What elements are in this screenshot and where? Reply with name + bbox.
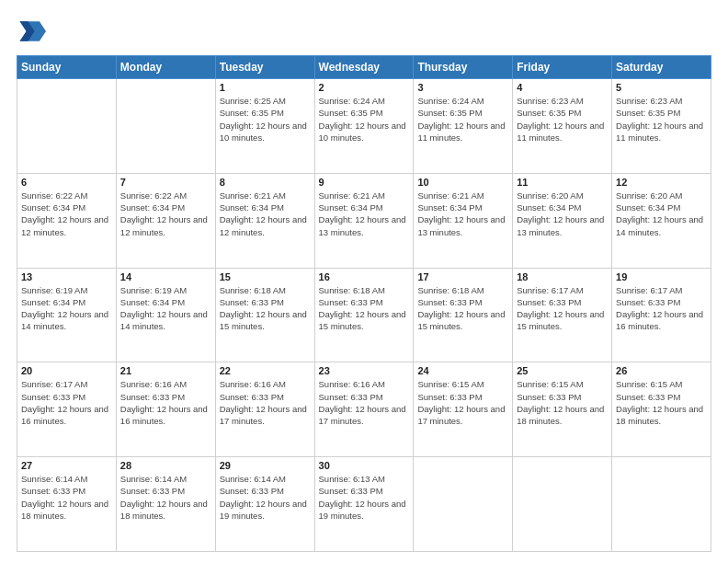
calendar-cell: 14Sunrise: 6:19 AMSunset: 6:34 PMDayligh… (116, 268, 215, 362)
calendar-week-row: 20Sunrise: 6:17 AMSunset: 6:33 PMDayligh… (17, 362, 711, 457)
day-info: Sunrise: 6:15 AMSunset: 6:33 PMDaylight:… (616, 378, 707, 427)
calendar-header-row: SundayMondayTuesdayWednesdayThursdayFrid… (17, 56, 711, 79)
day-number: 1 (220, 82, 311, 93)
day-number: 15 (220, 271, 311, 282)
day-info: Sunrise: 6:23 AMSunset: 6:35 PMDaylight:… (616, 95, 707, 144)
calendar-cell: 6Sunrise: 6:22 AMSunset: 6:34 PMDaylight… (17, 173, 117, 268)
day-number: 8 (220, 177, 311, 188)
calendar-cell: 15Sunrise: 6:18 AMSunset: 6:33 PMDayligh… (215, 268, 314, 362)
calendar-cell: 3Sunrise: 6:24 AMSunset: 6:35 PMDaylight… (414, 79, 513, 174)
day-info: Sunrise: 6:17 AMSunset: 6:33 PMDaylight:… (616, 284, 707, 333)
calendar-cell: 20Sunrise: 6:17 AMSunset: 6:33 PMDayligh… (17, 362, 117, 457)
day-number: 30 (319, 460, 410, 471)
calendar-cell (414, 457, 513, 552)
day-info: Sunrise: 6:15 AMSunset: 6:33 PMDaylight:… (517, 378, 608, 427)
day-info: Sunrise: 6:25 AMSunset: 6:35 PMDaylight:… (220, 95, 311, 144)
weekday-header: Tuesday (215, 56, 314, 79)
page: SundayMondayTuesdayWednesdayThursdayFrid… (0, 0, 728, 563)
calendar-week-row: 1Sunrise: 6:25 AMSunset: 6:35 PMDaylight… (17, 79, 711, 174)
weekday-header: Saturday (612, 56, 711, 79)
day-number: 12 (616, 177, 707, 188)
weekday-header: Thursday (414, 56, 513, 79)
day-info: Sunrise: 6:22 AMSunset: 6:34 PMDaylight:… (120, 190, 211, 238)
day-info: Sunrise: 6:20 AMSunset: 6:34 PMDaylight:… (517, 190, 608, 238)
calendar-cell (513, 457, 612, 552)
calendar-cell: 9Sunrise: 6:21 AMSunset: 6:34 PMDaylight… (314, 173, 414, 268)
day-number: 16 (319, 271, 410, 282)
calendar-cell: 18Sunrise: 6:17 AMSunset: 6:33 PMDayligh… (513, 268, 612, 362)
calendar-cell: 26Sunrise: 6:15 AMSunset: 6:33 PMDayligh… (612, 362, 711, 457)
calendar-cell: 29Sunrise: 6:14 AMSunset: 6:33 PMDayligh… (215, 457, 314, 552)
day-number: 13 (21, 271, 112, 282)
day-info: Sunrise: 6:23 AMSunset: 6:35 PMDaylight:… (517, 95, 608, 144)
calendar-table: SundayMondayTuesdayWednesdayThursdayFrid… (17, 55, 711, 552)
calendar-cell: 4Sunrise: 6:23 AMSunset: 6:35 PMDaylight… (513, 79, 612, 174)
day-number: 6 (21, 177, 112, 188)
day-number: 11 (517, 177, 608, 188)
day-info: Sunrise: 6:14 AMSunset: 6:33 PMDaylight:… (220, 473, 311, 522)
calendar-week-row: 13Sunrise: 6:19 AMSunset: 6:34 PMDayligh… (17, 268, 711, 362)
calendar-cell (17, 79, 117, 174)
day-info: Sunrise: 6:16 AMSunset: 6:33 PMDaylight:… (220, 378, 311, 427)
day-info: Sunrise: 6:18 AMSunset: 6:33 PMDaylight:… (220, 284, 311, 333)
weekday-header: Friday (513, 56, 612, 79)
day-number: 20 (21, 365, 112, 376)
day-number: 10 (417, 177, 508, 188)
calendar-cell: 2Sunrise: 6:24 AMSunset: 6:35 PMDaylight… (314, 79, 414, 174)
day-info: Sunrise: 6:14 AMSunset: 6:33 PMDaylight:… (120, 473, 211, 522)
day-info: Sunrise: 6:24 AMSunset: 6:35 PMDaylight:… (417, 95, 508, 144)
calendar-cell: 23Sunrise: 6:16 AMSunset: 6:33 PMDayligh… (314, 362, 414, 457)
day-number: 29 (220, 460, 311, 471)
day-info: Sunrise: 6:17 AMSunset: 6:33 PMDaylight:… (517, 284, 608, 333)
calendar-cell: 13Sunrise: 6:19 AMSunset: 6:34 PMDayligh… (17, 268, 117, 362)
day-number: 22 (220, 365, 311, 376)
day-info: Sunrise: 6:17 AMSunset: 6:33 PMDaylight:… (21, 378, 112, 427)
logo (17, 17, 50, 46)
day-info: Sunrise: 6:16 AMSunset: 6:33 PMDaylight:… (120, 378, 211, 427)
day-info: Sunrise: 6:15 AMSunset: 6:33 PMDaylight:… (417, 378, 508, 427)
weekday-header: Monday (116, 56, 215, 79)
day-info: Sunrise: 6:19 AMSunset: 6:34 PMDaylight:… (21, 284, 112, 333)
day-info: Sunrise: 6:22 AMSunset: 6:34 PMDaylight:… (21, 190, 112, 238)
calendar-cell (612, 457, 711, 552)
calendar-week-row: 27Sunrise: 6:14 AMSunset: 6:33 PMDayligh… (17, 457, 711, 552)
day-number: 7 (120, 177, 211, 188)
day-number: 3 (417, 82, 508, 93)
calendar-cell: 12Sunrise: 6:20 AMSunset: 6:34 PMDayligh… (612, 173, 711, 268)
calendar-cell: 7Sunrise: 6:22 AMSunset: 6:34 PMDaylight… (116, 173, 215, 268)
logo-icon (17, 17, 46, 46)
day-info: Sunrise: 6:18 AMSunset: 6:33 PMDaylight:… (319, 284, 410, 333)
header (17, 17, 711, 46)
calendar-cell: 28Sunrise: 6:14 AMSunset: 6:33 PMDayligh… (116, 457, 215, 552)
day-number: 27 (21, 460, 112, 471)
day-number: 17 (417, 271, 508, 282)
calendar-cell: 25Sunrise: 6:15 AMSunset: 6:33 PMDayligh… (513, 362, 612, 457)
day-number: 4 (517, 82, 608, 93)
calendar-cell: 30Sunrise: 6:13 AMSunset: 6:33 PMDayligh… (314, 457, 414, 552)
calendar-cell (116, 79, 215, 174)
weekday-header: Wednesday (314, 56, 414, 79)
day-number: 25 (517, 365, 608, 376)
day-info: Sunrise: 6:21 AMSunset: 6:34 PMDaylight:… (417, 190, 508, 238)
calendar-cell: 16Sunrise: 6:18 AMSunset: 6:33 PMDayligh… (314, 268, 414, 362)
day-number: 21 (120, 365, 211, 376)
day-info: Sunrise: 6:19 AMSunset: 6:34 PMDaylight:… (120, 284, 211, 333)
calendar-cell: 5Sunrise: 6:23 AMSunset: 6:35 PMDaylight… (612, 79, 711, 174)
weekday-header: Sunday (17, 56, 117, 79)
day-info: Sunrise: 6:20 AMSunset: 6:34 PMDaylight:… (616, 190, 707, 238)
day-number: 9 (319, 177, 410, 188)
calendar-cell: 1Sunrise: 6:25 AMSunset: 6:35 PMDaylight… (215, 79, 314, 174)
calendar-cell: 27Sunrise: 6:14 AMSunset: 6:33 PMDayligh… (17, 457, 117, 552)
day-number: 18 (517, 271, 608, 282)
day-info: Sunrise: 6:24 AMSunset: 6:35 PMDaylight:… (319, 95, 410, 144)
day-number: 5 (616, 82, 707, 93)
calendar-cell: 17Sunrise: 6:18 AMSunset: 6:33 PMDayligh… (414, 268, 513, 362)
day-info: Sunrise: 6:21 AMSunset: 6:34 PMDaylight:… (220, 190, 311, 238)
calendar-cell: 19Sunrise: 6:17 AMSunset: 6:33 PMDayligh… (612, 268, 711, 362)
day-number: 24 (417, 365, 508, 376)
day-info: Sunrise: 6:14 AMSunset: 6:33 PMDaylight:… (21, 473, 112, 522)
calendar-cell: 11Sunrise: 6:20 AMSunset: 6:34 PMDayligh… (513, 173, 612, 268)
day-info: Sunrise: 6:21 AMSunset: 6:34 PMDaylight:… (319, 190, 410, 238)
calendar-cell: 22Sunrise: 6:16 AMSunset: 6:33 PMDayligh… (215, 362, 314, 457)
calendar-week-row: 6Sunrise: 6:22 AMSunset: 6:34 PMDaylight… (17, 173, 711, 268)
